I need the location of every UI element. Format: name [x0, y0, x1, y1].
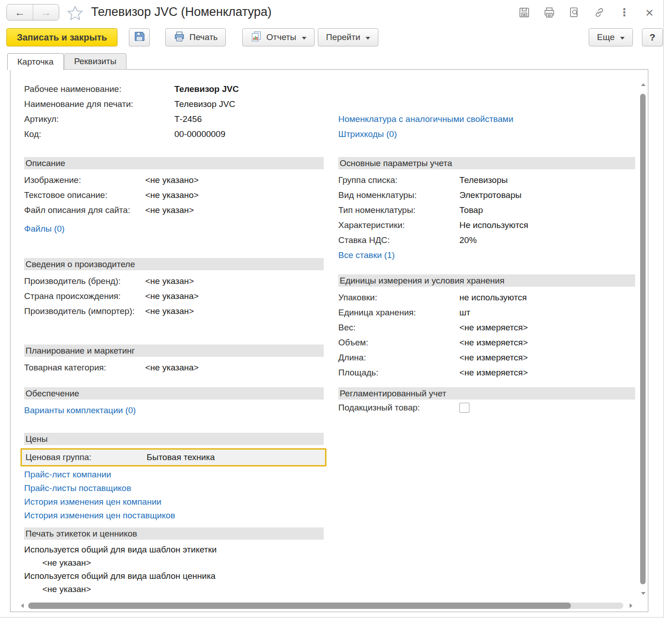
field-label: Артикул:: [24, 111, 174, 127]
characteristics-value: Не используются: [459, 218, 528, 233]
save-icon[interactable]: [518, 6, 530, 19]
country-value: <не указана>: [145, 289, 199, 304]
top-links: Номенклатура с аналогичными свойствами Ш…: [338, 111, 635, 142]
section-title: Регламентированный учет: [338, 387, 635, 400]
more-button[interactable]: Еще: [589, 28, 633, 46]
price-group-value: Бытовая техника: [147, 452, 215, 462]
excise-label: Подакцизный товар:: [338, 403, 459, 413]
save-button[interactable]: [129, 28, 150, 46]
nomenclature-type-value: Товар: [459, 203, 483, 218]
packages-value: не используются: [459, 290, 527, 305]
field-label: Страна происхождения:: [24, 289, 145, 304]
link-icon[interactable]: [593, 6, 606, 19]
favorite-star-icon[interactable]: [66, 5, 84, 22]
vertical-scrollbar[interactable]: [639, 79, 647, 603]
field-label: Группа списка:: [338, 172, 459, 187]
field-label: Площадь:: [338, 365, 459, 380]
tab-card-label: Карточка: [17, 57, 54, 67]
horizontal-scrollbar-thumb[interactable]: [28, 603, 571, 609]
vat-rate-value: 20%: [459, 233, 477, 248]
field-label: Единица хранения:: [338, 305, 459, 320]
kit-variants-link[interactable]: Варианты комплектации (0): [24, 403, 136, 418]
length-value: <не измеряется>: [459, 350, 528, 365]
supplier-pricelists-link[interactable]: Прайс-листы поставщиков: [24, 481, 131, 495]
field-label: Ставка НДС:: [338, 233, 459, 248]
window-title: Телевизор JVC (Номенклатура): [91, 5, 272, 19]
section-title: Единицы измерения и условия хранения: [338, 274, 635, 287]
goto-button[interactable]: Перейти: [318, 28, 378, 46]
similar-items-link[interactable]: Номенклатура с аналогичными свойствами: [338, 111, 514, 127]
tab-details-label: Реквизиты: [74, 56, 117, 66]
vertical-scrollbar-thumb[interactable]: [640, 94, 646, 584]
section-title: Сведения о производителе: [24, 258, 324, 270]
field-label: Вид номенклатуры:: [338, 187, 459, 203]
print-icon[interactable]: [543, 6, 555, 19]
forward-arrow-icon: →: [41, 6, 51, 19]
tab-card[interactable]: Карточка: [7, 53, 64, 70]
working-name-value: Телевизор JVC: [174, 81, 239, 96]
tab-details[interactable]: Реквизиты: [64, 53, 127, 70]
scroll-up-arrow[interactable]: [641, 83, 646, 86]
pricetag-template-note: Используется общий для вида шаблон ценни…: [24, 569, 324, 582]
company-pricelist-link[interactable]: Прайс-лист компании: [24, 468, 111, 481]
field-label: Изображение:: [24, 172, 145, 187]
all-rates-link[interactable]: Все ставки (1): [338, 248, 395, 263]
history-nav: ← →: [6, 4, 59, 20]
site-file-value: <не указан>: [145, 203, 194, 218]
reports-chart-icon: [250, 30, 262, 45]
field-label: Рабочее наименование:: [24, 81, 174, 96]
save-and-close-button[interactable]: Записать и закрыть: [6, 28, 117, 46]
scroll-right-arrow[interactable]: [630, 603, 632, 608]
section-title: Печать этикеток и ценников: [24, 527, 324, 540]
section-title: Планирование и маркетинг: [24, 344, 324, 357]
chevron-down-icon: [302, 37, 306, 40]
field-label: Товарная категория:: [24, 360, 145, 375]
card-content: Рабочее наименование:Телевизор JVC Наиме…: [10, 69, 648, 612]
save-and-close-label: Записать и закрыть: [17, 32, 107, 43]
article-value: Т-2456: [174, 111, 202, 127]
floppy-icon: [133, 30, 146, 45]
back-button[interactable]: ←: [7, 5, 33, 20]
back-arrow-icon: ←: [15, 6, 25, 19]
section-labels-printing: Печать этикеток и ценников Используется …: [24, 527, 324, 596]
field-label: Наименование для печати:: [24, 96, 174, 111]
titlebar: ← → Телевизор JVC (Номенклатура): [0, 0, 672, 25]
goto-label: Перейти: [326, 32, 360, 42]
company-price-history-link[interactable]: История изменения цен компании: [24, 495, 161, 509]
field-label: Производитель (бренд):: [24, 274, 145, 289]
nomenclature-kind-value: Электротовары: [459, 187, 521, 203]
close-icon[interactable]: ×: [643, 6, 656, 19]
chevron-down-icon: [366, 37, 370, 40]
pricetag-template-value: <не указан>: [24, 582, 324, 596]
supplier-price-history-link[interactable]: История изменения цен поставщиков: [24, 509, 175, 522]
excise-checkbox[interactable]: [459, 403, 469, 413]
print-button[interactable]: Печать: [165, 28, 226, 46]
preview-icon[interactable]: [568, 6, 580, 19]
toolbar: Записать и закрыть Печать: [0, 27, 672, 47]
horizontal-scrollbar-track[interactable]: [28, 603, 623, 609]
forward-button[interactable]: →: [33, 5, 59, 20]
horizontal-scrollbar[interactable]: [21, 602, 640, 609]
kebab-menu-icon[interactable]: ⋮: [618, 6, 631, 19]
help-label: ?: [650, 32, 656, 43]
chevron-down-icon: [620, 37, 625, 40]
barcodes-link[interactable]: Штрихкоды (0): [338, 127, 397, 142]
section-title: Основные параметры учета: [338, 157, 635, 169]
field-label: Код:: [24, 127, 174, 142]
price-group-field-highlighted[interactable]: Ценовая группа: Бытовая техника: [20, 448, 326, 466]
section-description: Описание Изображение:<не указано> Тексто…: [24, 157, 324, 236]
help-button[interactable]: ?: [642, 28, 663, 46]
reports-button[interactable]: Отчеты: [242, 28, 315, 46]
tab-bar: Карточка Реквизиты: [7, 53, 127, 70]
field-label: Производитель (импортер):: [24, 304, 145, 319]
section-supply: Обеспечение Варианты комплектации (0): [24, 387, 324, 418]
printer-icon: [173, 30, 185, 45]
section-manufacturer: Сведения о производителе Производитель (…: [24, 258, 324, 319]
more-label: Еще: [597, 32, 615, 42]
section-units: Единицы измерения и условия хранения Упа…: [338, 274, 635, 380]
section-title: Цены: [24, 433, 324, 445]
scroll-down-arrow[interactable]: [641, 592, 646, 595]
scroll-left-arrow[interactable]: [21, 603, 24, 608]
section-accounting: Основные параметры учета Группа списка:Т…: [338, 157, 635, 263]
files-link[interactable]: Файлы (0): [24, 221, 65, 236]
